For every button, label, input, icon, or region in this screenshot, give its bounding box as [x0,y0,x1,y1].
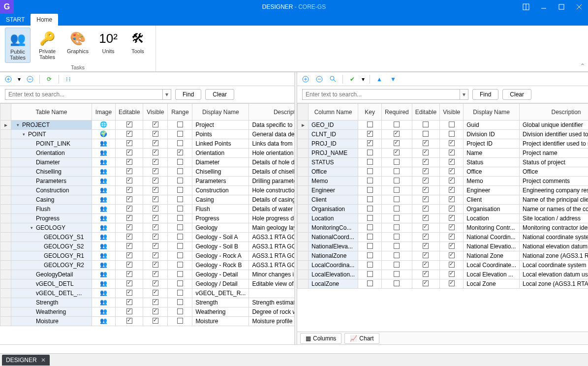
table-row[interactable]: GEOLOGY_R2👥Geology - Rock BAGS3.1 RTA GO… [0,261,295,270]
close-icon[interactable]: ✕ [41,357,46,364]
image-icon: 👥 [100,186,108,194]
left-header[interactable]: Description [249,104,294,121]
table-row[interactable]: Construction👥ConstructionHole constructi… [0,186,295,195]
table-row[interactable]: Strength👥StrengthStrength estimate of [0,298,295,307]
table-row[interactable]: ▸GEO_IDGuidGlobal unique identifier [298,121,588,130]
refresh-button[interactable]: ⟳ [44,74,55,85]
table-row[interactable]: Casing👥CasingDetails of casing used [0,195,295,205]
table-row[interactable]: LocationLocationSite location / address [298,214,588,223]
validate-button[interactable]: ✔ [347,74,358,85]
ribbon-collapse-icon[interactable]: ⌃ [580,62,585,69]
maximize-button[interactable] [553,0,570,14]
doc-tab-designer[interactable]: DESIGNER✕ [2,355,50,366]
add-dropdown[interactable]: ▾ [17,74,22,85]
table-row[interactable]: OfficeOfficeOffice [298,167,588,177]
table-row[interactable]: Diameter👥DiameterDetails of hole diame [0,158,295,167]
left-header[interactable]: Range [168,104,192,121]
image-icon: 🌐 [100,121,108,129]
image-icon: 👥 [100,233,108,241]
table-row[interactable]: OrganisationOrganisationName or names of… [298,205,588,214]
right-header[interactable]: Editable [412,104,439,121]
layout-button[interactable] [517,0,535,14]
image-icon: 👥 [100,299,108,306]
ribbon-units[interactable]: 10²Units [95,28,121,63]
image-icon: 👥 [100,149,108,157]
left-search-input[interactable] [5,89,162,100]
move-down-button[interactable]: ▼ [388,74,399,85]
table-row[interactable]: ▾POINT🌍PointsGeneral data defining [0,130,295,139]
table-row[interactable]: NationalCoord...National Coordin...Natio… [298,233,588,242]
right-search-dropdown[interactable]: ▾ [460,89,468,100]
table-row[interactable]: vGEOL_DETL_...👥vGEOL_DETL_R... [0,289,295,298]
table-row[interactable]: PROJ_NAMENameProject name [298,149,588,158]
tab-columns[interactable]: ▦Columns [300,333,341,344]
right-header[interactable]: Key [358,104,382,121]
right-header[interactable]: Display Name [464,104,520,121]
right-grid[interactable]: Column NameKeyRequiredEditableVisibleDis… [297,103,588,332]
table-row[interactable]: GeologyDetail👥Geology - DetailMinor chan… [0,270,295,279]
table-row[interactable]: GEOLOGY_R1👥Geology - Rock AAGS3.1 RTA GO… [0,251,295,261]
table-row[interactable]: LocalCoordina...Local Coordinate...Local… [298,261,588,270]
right-header[interactable]: Column Name [309,104,358,121]
add-column-button[interactable] [300,74,311,85]
ribbon-graphics[interactable]: 🎨Graphics [64,28,92,63]
table-row[interactable]: EngineerEngineerEngineering company resp… [298,186,588,195]
ribbon-public-tables[interactable]: 👥PublicTables [5,28,31,63]
table-row[interactable]: ▾GEOLOGY👥GeologyMain geology layer de [0,223,295,233]
right-panel: ✔ ▾ ▲ ▼ ▾ Find Clear Column NameKeyRequi… [297,72,588,344]
add-button[interactable] [3,74,14,85]
tab-chart[interactable]: 📈Chart [344,333,379,344]
table-row[interactable]: ▸▾PROJECT🌐ProjectData specific to the p [0,121,295,130]
table-row[interactable]: MemoMemoProject comments [298,177,588,186]
titlebar: G DESIGNER - CORE-GS [0,0,588,14]
image-icon: 👥 [100,243,108,250]
tab-start[interactable]: START [0,14,31,26]
table-row[interactable]: vGEOL_DETL👥Geology / DetailEditable view… [0,279,295,289]
table-row[interactable]: Orientation👥OrientationHole orientation … [0,149,295,158]
right-find-button[interactable]: Find [472,89,498,100]
close-button[interactable] [570,0,588,14]
tree-button[interactable]: ⫶⫶ [63,74,74,85]
table-row[interactable]: Progress👥ProgressHole progress details [0,214,295,223]
left-header[interactable]: Display Name [192,104,249,121]
right-header[interactable]: Description [520,104,588,121]
table-row[interactable]: GEOLOGY_S1👥Geology - Soil AAGS3.1 RTA GO… [0,233,295,242]
left-header[interactable]: Visible [143,104,168,121]
table-row[interactable]: CLNT_IDDivision IDDivision identifier us… [298,130,588,139]
tab-home[interactable]: Home [31,14,58,26]
remove-column-button[interactable] [314,74,325,85]
table-row[interactable]: ClientClientName of the principal client [298,195,588,205]
minimize-button[interactable] [535,0,553,14]
left-clear-button[interactable]: Clear [205,89,234,100]
right-clear-button[interactable]: Clear [502,89,531,100]
ribbon-private-tables[interactable]: 🔑PrivateTables [34,28,60,63]
table-row[interactable]: Parameters👥ParametersDrilling parameters… [0,177,295,186]
left-header[interactable]: Image [92,104,116,121]
table-row[interactable]: Weathering👥WeatheringDegree of rock weat… [0,307,295,317]
right-header[interactable]: Required [382,104,412,121]
table-row[interactable]: Chiselling👥ChisellingDetails of chiselli… [0,167,295,177]
table-row[interactable]: STATUSStatusStatus of project [298,158,588,167]
table-row[interactable]: MonitoringCo...Monitoring Contr...Monito… [298,223,588,233]
left-header[interactable]: Editable [116,104,143,121]
left-header[interactable]: Table Name [11,104,92,121]
table-row[interactable]: LocalZoneLocal ZoneLocal zone (AGS3.1 RT… [298,279,588,289]
table-row[interactable]: POINT_LINK👥Linked PointsLinks data from … [0,139,295,149]
table-row[interactable]: LocalElevation...Local Elevation ...Loca… [298,270,588,279]
validate-dropdown[interactable]: ▾ [361,74,366,85]
left-search-dropdown[interactable]: ▾ [162,89,171,100]
table-row[interactable]: GEOLOGY_S2👥Geology - Soil BAGS3.1 RTA GO… [0,242,295,251]
move-up-button[interactable]: ▲ [374,74,385,85]
table-row[interactable]: PROJ_IDProject IDProject identifier used… [298,139,588,149]
table-row[interactable]: NationalEleva...National Elevatio...Nati… [298,242,588,251]
right-header[interactable]: Visible [440,104,464,121]
ribbon-tools[interactable]: 🛠Tools [125,28,151,63]
right-search-input[interactable] [302,89,460,100]
table-row[interactable]: NationalZoneNational ZoneNational zone (… [298,251,588,261]
table-row[interactable]: Moisture👥MoistureMoisture profile (AGS [0,317,295,326]
table-row[interactable]: Flush👥FlushDetails of water flush [0,205,295,214]
left-grid[interactable]: Table NameImageEditableVisibleRangeDispl… [0,103,294,344]
left-find-button[interactable]: Find [175,89,201,100]
search-column-button[interactable] [328,74,339,85]
remove-button[interactable] [25,74,35,85]
